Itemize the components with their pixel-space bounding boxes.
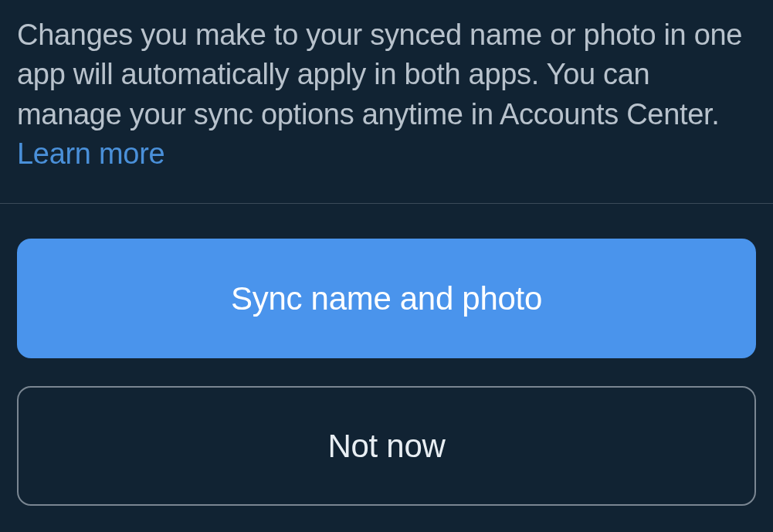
description-body: Changes you make to your synced name or … [17,19,742,130]
not-now-button[interactable]: Not now [17,386,756,506]
description-text: Changes you make to your synced name or … [17,15,756,174]
sync-button[interactable]: Sync name and photo [17,239,756,358]
description-container: Changes you make to your synced name or … [0,0,773,203]
buttons-container: Sync name and photo Not now [0,204,773,506]
learn-more-link[interactable]: Learn more [17,137,164,170]
